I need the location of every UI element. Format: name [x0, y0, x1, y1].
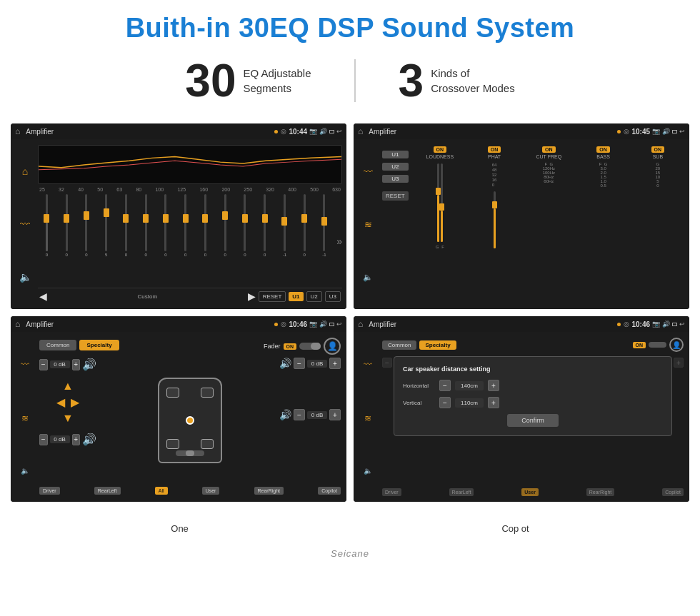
fader-tab-common[interactable]: Common: [39, 340, 76, 350]
dist-driver-btn[interactable]: Driver: [382, 488, 401, 496]
eq-slider-14[interactable]: -1: [316, 194, 334, 288]
eq-slider-9[interactable]: 0: [216, 194, 234, 288]
back-icon-4[interactable]: ↩: [679, 320, 685, 328]
dist-tab-common[interactable]: Common: [382, 340, 416, 350]
cx-u3-btn[interactable]: U3: [382, 175, 409, 183]
fader-icon-eq[interactable]: 〰: [21, 360, 29, 370]
fader-driver-btn[interactable]: Driver: [39, 487, 60, 495]
confirm-btn[interactable]: Confirm: [507, 414, 559, 427]
cx-cutfreq-on[interactable]: ON: [542, 146, 556, 153]
eq-slider-4[interactable]: 0: [117, 194, 135, 288]
eq-slider-10[interactable]: 0: [236, 194, 254, 288]
home-icon-3[interactable]: ⌂: [15, 319, 20, 329]
eq-slider-0[interactable]: 0: [38, 194, 56, 288]
cx-u1-btn[interactable]: U1: [382, 151, 409, 158]
fader-all-btn[interactable]: All: [155, 487, 168, 495]
fader-rl-minus[interactable]: −: [39, 434, 48, 445]
eq-slider-13[interactable]: 0: [296, 194, 314, 288]
fader-rr-minus[interactable]: −: [294, 409, 305, 420]
eq-slider-7[interactable]: 0: [176, 194, 194, 288]
volume-icon-4: 🔊: [662, 320, 670, 328]
eq-u3-btn[interactable]: U3: [325, 291, 341, 302]
home-icon-4[interactable]: ⌂: [358, 319, 363, 329]
fader-fr-minus[interactable]: −: [294, 358, 305, 369]
fader-tab-specialty[interactable]: Specialty: [79, 340, 119, 350]
dist-icon-vol[interactable]: 🔈: [364, 467, 372, 475]
fader-rr-plus[interactable]: +: [329, 409, 341, 420]
dist-icon-wave[interactable]: ≋: [364, 413, 371, 423]
cx-main: U1 U2 U3 RESET ON LOUDNESS: [379, 142, 686, 306]
fader-fl-minus[interactable]: −: [39, 359, 48, 370]
cx-bass-on[interactable]: ON: [596, 146, 610, 153]
stat-eq-label: EQ AdjustableSegments: [243, 66, 311, 96]
back-icon-3[interactable]: ↩: [336, 320, 342, 328]
eq-slider-5[interactable]: 0: [137, 194, 155, 288]
back-icon-2[interactable]: ↩: [679, 128, 685, 135]
fader-copilot-btn[interactable]: Copilot: [318, 487, 341, 495]
dist-icon-eq[interactable]: 〰: [364, 360, 372, 370]
dist-user-btn[interactable]: User: [521, 488, 539, 496]
cx-loudness-on[interactable]: ON: [434, 146, 447, 153]
eq-slider-8[interactable]: 0: [196, 194, 214, 288]
cx-icon-wave[interactable]: ≋: [364, 219, 372, 230]
nav-left-arrow[interactable]: ◀: [56, 395, 65, 409]
eq-icon-volume[interactable]: 🔈: [19, 271, 31, 283]
fader-levels-right: 🔊 − 0 dB + 🔊 − 0 dB +: [284, 358, 341, 483]
dist-copilot-btn[interactable]: Copilot: [662, 488, 684, 496]
eq-slider-1[interactable]: 0: [58, 194, 76, 288]
fader-user-btn[interactable]: User: [202, 487, 220, 495]
dist-rearright-btn[interactable]: RearRight: [586, 488, 615, 496]
vertical-plus-btn[interactable]: +: [488, 397, 499, 408]
status-bar-4: ⌂ Amplifier ◎ 10:46 📷 🔊 ↩: [354, 316, 689, 332]
nav-right-arrow[interactable]: ▶: [71, 395, 79, 409]
vertical-value: 110cm: [455, 398, 484, 408]
eq-prev-btn[interactable]: ◀: [39, 291, 47, 302]
eq-more-icon[interactable]: »: [336, 236, 342, 247]
eq-slider-6[interactable]: 0: [157, 194, 175, 288]
stat-crossover: 3 Kinds ofCrossover Modes: [356, 58, 558, 103]
dist-rearleft-btn[interactable]: RearLeft: [449, 488, 474, 496]
vertical-minus-btn[interactable]: −: [439, 397, 451, 408]
eq-u2-btn[interactable]: U2: [306, 291, 322, 302]
fader-icon-vol[interactable]: 🔈: [21, 467, 29, 475]
fader-fr-plus[interactable]: +: [329, 358, 341, 369]
cx-icon-vol[interactable]: 🔈: [363, 273, 373, 282]
fader-rearright-btn[interactable]: RearRight: [254, 487, 284, 495]
cx-sub-on[interactable]: ON: [651, 146, 665, 153]
nav-down-arrow[interactable]: ▼: [62, 412, 74, 425]
horizontal-plus-btn[interactable]: +: [488, 380, 499, 391]
fader-rl-plus[interactable]: +: [72, 434, 81, 445]
back-icon-1[interactable]: ↩: [336, 128, 342, 135]
dist-tab-specialty[interactable]: Specialty: [419, 340, 456, 350]
vertical-label: Vertical: [403, 400, 435, 406]
cx-reset-btn[interactable]: RESET: [382, 191, 409, 201]
status-icons-4: ◎ 10:46 📷 🔊 ↩: [624, 320, 685, 328]
fader-tabs: Common Specialty: [39, 340, 119, 350]
fader-on-btn[interactable]: ON: [284, 343, 297, 350]
eq-reset-btn[interactable]: RESET: [259, 291, 286, 302]
eq-slider-3[interactable]: 5: [97, 194, 115, 288]
eq-icon-wave[interactable]: 〰: [20, 218, 30, 230]
home-icon-2[interactable]: ⌂: [358, 126, 363, 136]
fader-rearleft-btn[interactable]: RearLeft: [94, 487, 121, 495]
eq-slider-12[interactable]: -1: [276, 194, 294, 288]
crossover-screen: 〰 ≋ 🔈 U1 U2 U3 RESET: [356, 142, 686, 306]
cx-icon-eq[interactable]: 〰: [364, 166, 373, 177]
eq-slider-11[interactable]: 0: [256, 194, 274, 288]
eq-slider-2[interactable]: 0: [78, 194, 96, 288]
eq-next-btn[interactable]: ▶: [248, 291, 256, 302]
eq-icon-home[interactable]: ⌂: [22, 166, 28, 177]
home-icon-1[interactable]: ⌂: [15, 126, 20, 136]
dist-on-btn[interactable]: ON: [633, 342, 646, 348]
dialog-title: Car speaker distance setting: [403, 365, 663, 373]
fader-fl-plus[interactable]: +: [72, 359, 81, 370]
time-2: 10:45: [631, 128, 650, 136]
cx-phat-on[interactable]: ON: [488, 146, 501, 153]
fader-icon-wave[interactable]: ≋: [21, 413, 29, 423]
horizontal-minus-btn[interactable]: −: [439, 380, 451, 391]
cx-u2-btn[interactable]: U2: [382, 163, 409, 171]
screen-eq: ⌂ Amplifier ◎ 10:44 📷 🔊 ↩ ⌂ 〰 🔈: [11, 123, 346, 309]
eq-u1-btn[interactable]: U1: [289, 292, 303, 301]
nav-up-arrow[interactable]: ▲: [62, 380, 74, 393]
camera-icon-3: 📷: [309, 320, 317, 328]
